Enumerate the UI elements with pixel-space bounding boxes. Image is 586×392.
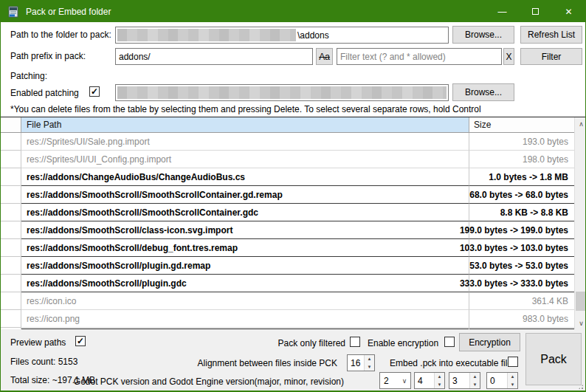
enabled-patching-label: Enabled patching <box>10 88 79 98</box>
row-header[interactable] <box>1 133 21 151</box>
prefix-value: addons/ <box>119 49 151 64</box>
scroll-down-icon[interactable]: ∨ <box>575 317 586 329</box>
enable-encryption-checkbox[interactable] <box>444 337 455 347</box>
cell-file-path: res://icon.png <box>21 310 469 328</box>
row-header[interactable] <box>1 204 21 221</box>
redacted-patch-path-blur <box>117 86 447 99</box>
pack-only-filtered-label: Pack only filtered <box>278 338 345 348</box>
prefix-field[interactable]: addons/ <box>115 48 313 65</box>
version-major-value: 4 <box>415 373 434 388</box>
spinner-up-icon[interactable]: ▲ <box>435 373 444 381</box>
minimize-button[interactable]: — <box>486 1 519 22</box>
row-header[interactable] <box>1 275 21 292</box>
cell-file-path: res://addons/ChangeAudioBus/ChangeAudioB… <box>21 168 469 186</box>
vertical-scrollbar[interactable]: ∧ ∨ <box>574 117 586 329</box>
cell-size: 53.0 bytes -> 53.0 bytes <box>469 257 574 275</box>
version-revision-value: 0 <box>487 373 507 388</box>
cell-size: 983.0 bytes <box>469 310 574 328</box>
column-header-file-path[interactable]: File Path <box>21 117 469 132</box>
table-row[interactable]: res://icon.ico361.4 KB <box>1 292 574 310</box>
filter-text-input[interactable] <box>337 48 502 65</box>
browse-folder-button[interactable]: Browse... <box>452 26 514 44</box>
pck-version-value: 2 <box>380 376 399 386</box>
pack-button[interactable]: Pack <box>525 333 582 385</box>
version-revision-stepper[interactable]: 0 ▲▼ <box>486 372 518 389</box>
version-major-stepper[interactable]: 4 ▲▼ <box>414 372 445 389</box>
files-count-label: Files count: 5153 <box>10 357 77 367</box>
cell-size: 193.0 bytes <box>469 133 574 151</box>
spinner-down-icon[interactable]: ▼ <box>470 381 480 389</box>
spinner-down-icon[interactable]: ▼ <box>365 363 374 371</box>
spinner-down-icon[interactable]: ▼ <box>435 381 444 389</box>
table-row[interactable]: res://addons/SmoothScroll/class-icon.svg… <box>1 221 574 239</box>
spinner-down-icon[interactable]: ▼ <box>508 381 517 389</box>
table-row[interactable]: res://addons/SmoothScroll/SmoothScrollCo… <box>1 186 574 204</box>
checkmark-icon: ✓ <box>77 337 84 345</box>
row-header[interactable] <box>1 257 21 275</box>
cell-file-path: res://addons/SmoothScroll/SmoothScrollCo… <box>21 204 469 221</box>
case-sensitivity-toggle[interactable]: Aa <box>316 48 333 65</box>
table-row[interactable]: res://Sprites/UI/Sale.png.import193.0 by… <box>1 133 574 151</box>
pck-version-dropdown[interactable]: 2 ∨ <box>379 372 411 389</box>
cell-file-path: res://addons/SmoothScroll/class-icon.svg… <box>21 221 469 239</box>
row-header[interactable] <box>1 239 21 257</box>
redacted-path-blur <box>117 29 296 41</box>
encryption-button[interactable]: Encryption <box>459 333 520 351</box>
enabled-patching-checkbox[interactable]: ✓ <box>89 86 100 97</box>
alignment-stepper[interactable]: 16 ▲▼ <box>347 354 375 371</box>
chevron-down-icon: ∨ <box>399 377 410 385</box>
spinner-up-icon[interactable]: ▲ <box>508 373 517 381</box>
scroll-up-icon[interactable]: ∧ <box>575 117 586 130</box>
patch-file-field[interactable] <box>115 84 449 101</box>
preview-paths-checkbox[interactable]: ✓ <box>75 336 86 346</box>
cell-file-path: res://addons/SmoothScroll/debug_font.tre… <box>21 239 469 257</box>
row-header[interactable] <box>1 310 21 328</box>
column-header-size[interactable]: Size <box>469 117 574 132</box>
maximize-button[interactable] <box>519 1 552 22</box>
table-row[interactable]: res://addons/SmoothScroll/SmoothScrollCo… <box>1 204 574 221</box>
pack-only-filtered-checkbox[interactable] <box>350 337 360 347</box>
spinner-up-icon[interactable]: ▲ <box>470 373 480 381</box>
table-row[interactable]: res://icon.png983.0 bytes <box>1 310 574 328</box>
close-icon: ✕ <box>565 7 572 17</box>
file-table: File Path Size res://Sprites/UI/Sale.png… <box>1 117 586 329</box>
alignment-label: Alignment between files inside PCK <box>198 358 337 368</box>
filter-button[interactable]: Filter <box>520 48 582 65</box>
cell-file-path: res://addons/SmoothScroll/plugin.gd.rema… <box>21 257 469 275</box>
cell-size: 333.0 bytes -> 333.0 bytes <box>469 275 574 292</box>
alignment-value: 16 <box>348 355 364 371</box>
title-bar: Pack or Embed folder — ✕ <box>1 1 585 22</box>
row-header[interactable] <box>1 186 21 204</box>
browse-patch-button[interactable]: Browse... <box>452 83 514 101</box>
cell-size: 1.0 bytes -> 1.8 MB <box>469 168 574 186</box>
table-row[interactable]: res://addons/SmoothScroll/plugin.gdc333.… <box>1 275 574 292</box>
table-corner-cell[interactable] <box>1 117 21 132</box>
app-icon <box>7 6 19 18</box>
cell-file-path: res://Sprites/UI/Sale.png.import <box>21 133 469 151</box>
folder-path-field[interactable]: \addons <box>115 27 449 44</box>
pack-or-embed-dialog: Pack or Embed folder — ✕ Path to the fol… <box>0 0 586 392</box>
clear-filter-button[interactable]: X <box>503 48 514 65</box>
cell-file-path: res://icon.ico <box>21 292 469 310</box>
cell-size: 8.8 KB -> 8.8 KB <box>469 204 574 221</box>
close-button[interactable]: ✕ <box>552 1 585 22</box>
version-minor-stepper[interactable]: 3 ▲▼ <box>449 372 480 389</box>
row-header[interactable] <box>1 221 21 239</box>
row-header[interactable] <box>1 292 21 310</box>
table-row[interactable]: res://addons/SmoothScroll/debug_font.tre… <box>1 239 574 257</box>
row-header[interactable] <box>1 151 21 168</box>
refresh-list-button[interactable]: Refresh List <box>520 26 582 44</box>
window-title: Pack or Embed folder <box>26 7 111 17</box>
embed-pck-checkbox[interactable] <box>508 357 518 367</box>
spinner-up-icon[interactable]: ▲ <box>365 355 374 363</box>
table-row[interactable]: res://addons/SmoothScroll/plugin.gd.rema… <box>1 257 574 275</box>
scrollbar-thumb[interactable] <box>576 292 586 311</box>
table-row[interactable]: res://Sprites/UI/UI_Config.png.import198… <box>1 151 574 168</box>
maximize-icon <box>532 8 539 15</box>
table-row[interactable]: res://addons/ChangeAudioBus/ChangeAudioB… <box>1 168 574 186</box>
cell-size: 198.0 bytes <box>469 151 574 168</box>
delete-hint-note: *You can delete files from the table by … <box>10 104 481 114</box>
minimize-icon: — <box>498 7 507 17</box>
row-header[interactable] <box>1 168 21 186</box>
table-rows: res://Sprites/UI/Sale.png.import193.0 by… <box>1 133 574 330</box>
